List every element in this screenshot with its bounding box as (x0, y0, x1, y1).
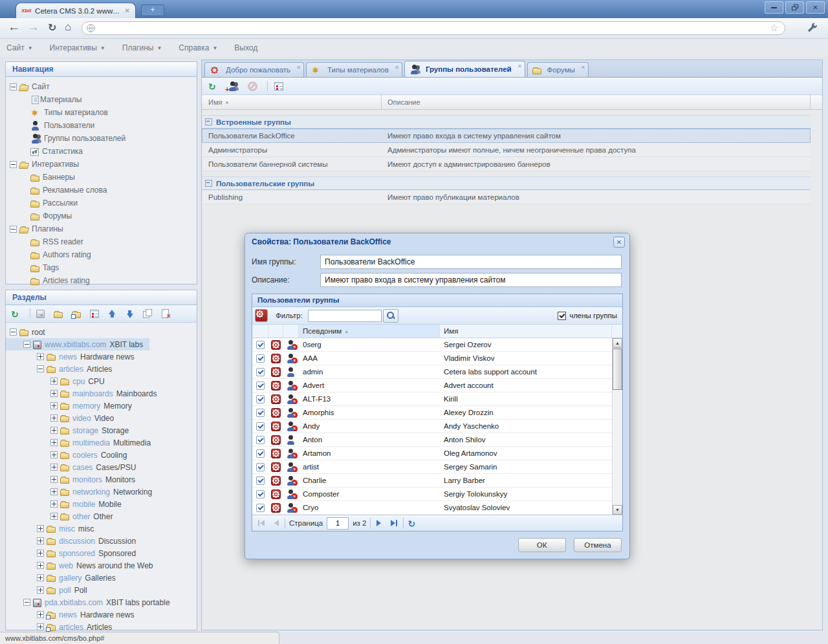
tree-expander-icon[interactable] (50, 464, 58, 471)
tree-expander-icon[interactable] (50, 451, 58, 458)
tree-item[interactable]: networking Networking (6, 486, 158, 498)
user-row[interactable]: × Artamon Oleg Artamonov (252, 447, 622, 460)
user-row[interactable]: × Amorphis Alexey Drozzin (252, 406, 622, 420)
tree-expander-icon[interactable] (50, 414, 58, 422)
tree-item[interactable]: video Video (6, 412, 120, 424)
user-row[interactable]: × Charlie Larry Barber (252, 474, 622, 488)
group-header[interactable]: Встроенные группы (202, 115, 811, 129)
user-checkbox[interactable] (256, 477, 265, 485)
tree-item[interactable]: storage Storage (6, 424, 135, 436)
tree-item[interactable]: news Hardware news (6, 608, 140, 621)
tree-expander-icon[interactable] (50, 513, 58, 520)
table-row[interactable]: Publishing Имеют право публикации матери… (202, 190, 811, 204)
cancel-button[interactable]: Отмена (574, 538, 622, 552)
tree-expander-icon[interactable] (10, 328, 17, 336)
dialog-close-button[interactable]: ✕ (613, 237, 625, 248)
tree-item[interactable]: Рассылки (6, 197, 197, 209)
tree-item[interactable]: Группы пользователей (6, 132, 197, 145)
tree-item[interactable]: Типы материалов (6, 106, 197, 119)
column-header-name[interactable]: Имя▲ (208, 98, 229, 106)
table-row[interactable]: Пользователи баннерной системы Имеют дос… (202, 157, 811, 171)
tree-expander-icon[interactable] (37, 623, 44, 630)
tree-item[interactable]: memory Memory (6, 400, 138, 412)
collapse-icon[interactable] (205, 118, 212, 125)
tab-close-icon[interactable]: ✕ (518, 63, 522, 69)
scrollbar-thumb[interactable] (613, 349, 622, 390)
table-row[interactable]: Администраторы Администраторы имеют полн… (202, 143, 811, 157)
tree-item[interactable]: pda.xbitlabs.com XBIT labs portable (6, 596, 177, 608)
minimize-button[interactable] (765, 1, 783, 14)
vertical-scrollbar[interactable]: ▲ ▼ (612, 338, 622, 515)
tree-item[interactable]: other Other (6, 510, 119, 522)
ok-button[interactable]: ОК (518, 538, 566, 552)
collapse-icon[interactable] (205, 180, 212, 187)
user-checkbox[interactable] (256, 409, 265, 417)
copy-icon[interactable] (143, 309, 152, 318)
wrench-icon[interactable] (807, 23, 818, 34)
user-row[interactable]: × AAA Vladimir Viskov (252, 352, 622, 365)
tree-expander-icon[interactable] (37, 586, 44, 594)
column-header-desc[interactable]: Описание (387, 98, 420, 106)
move-up-icon[interactable] (108, 309, 116, 319)
user-checkbox[interactable] (256, 368, 265, 376)
tree-expander-icon[interactable] (50, 427, 58, 434)
user-row[interactable]: × artist Sergey Samarin (252, 460, 622, 474)
tab[interactable]: Типы материалов ✕ (306, 62, 402, 77)
tree-item[interactable]: mobile Mobile (6, 498, 128, 510)
tree-expander-icon[interactable] (50, 476, 58, 483)
tree-expander-icon[interactable] (50, 488, 58, 495)
new-folder-icon[interactable] (54, 312, 63, 318)
tree-item[interactable]: multimedia Multimedia (6, 436, 157, 449)
refresh-icon[interactable] (208, 81, 218, 91)
user-row[interactable]: × Andy Andy Yaschenko (252, 420, 622, 433)
user-checkbox[interactable] (256, 354, 265, 363)
tree-item[interactable]: gallery Galleries (6, 572, 122, 584)
tree-expander-icon[interactable] (10, 226, 17, 233)
tree-expander-icon[interactable] (37, 550, 44, 557)
tab-close-icon[interactable]: ✕ (125, 7, 130, 14)
tab[interactable]: Форумы ✕ (527, 62, 589, 77)
home-button[interactable]: ⌂ (65, 21, 71, 34)
group-desc-field[interactable] (320, 273, 622, 287)
tab[interactable]: Группы пользователей ✕ (404, 61, 525, 77)
scroll-down-icon[interactable]: ▼ (613, 505, 622, 515)
tree-expander-icon[interactable] (37, 525, 44, 532)
forward-button[interactable]: → (27, 20, 39, 34)
menu-item[interactable]: Интерактивы ▼ (50, 43, 105, 52)
tree-item[interactable]: poll Poll (6, 584, 94, 596)
menu-item[interactable]: Сайт ▼ (6, 43, 33, 52)
tree-item[interactable]: Рекламные слова (6, 184, 197, 197)
refresh-button[interactable]: ↻ (48, 21, 56, 34)
tab-close-icon[interactable]: ✕ (296, 65, 301, 70)
page-number-input[interactable] (327, 517, 349, 530)
user-checkbox[interactable] (256, 395, 265, 403)
tree-item[interactable]: Articles rating (6, 274, 197, 287)
tree-expander-icon[interactable] (23, 599, 30, 606)
tree-expander-icon[interactable] (37, 574, 44, 581)
tab-close-icon[interactable]: ✕ (581, 65, 585, 70)
tree-item[interactable]: Форумы (6, 209, 197, 222)
tree-expander-icon[interactable] (50, 390, 58, 397)
user-row[interactable]: × ALT-F13 Kirill (252, 392, 622, 406)
tree-item[interactable]: Tags (6, 261, 197, 274)
refresh-icon[interactable] (11, 309, 21, 319)
user-checkbox[interactable] (256, 436, 265, 444)
user-checkbox[interactable] (256, 490, 265, 499)
restore-button[interactable] (785, 1, 804, 14)
column-header-username[interactable]: Имя (440, 325, 612, 338)
user-row[interactable]: × Cryo Svyatoslav Soloviev (252, 501, 622, 515)
tree-expander-icon[interactable] (23, 341, 30, 348)
tree-item[interactable]: cpu CPU (6, 375, 111, 387)
tree-expander-icon[interactable] (37, 562, 44, 569)
new-tab-button[interactable]: + (141, 5, 164, 16)
user-row[interactable]: admin Cetera labs support account (252, 365, 622, 379)
tree-expander-icon[interactable] (10, 83, 17, 91)
tree-item[interactable]: Интерактивы (6, 158, 197, 171)
tree-expander-icon[interactable] (50, 402, 58, 409)
menu-item[interactable]: Плагины ▼ (122, 43, 162, 52)
tree-item[interactable]: RSS reader (6, 235, 197, 248)
column-separator[interactable] (381, 95, 382, 109)
tree-item[interactable]: Статистика (6, 145, 197, 158)
dialog-title[interactable]: Свойства: Пользователи BackOffice (245, 233, 629, 250)
tree-item[interactable]: Сайт (6, 80, 197, 93)
